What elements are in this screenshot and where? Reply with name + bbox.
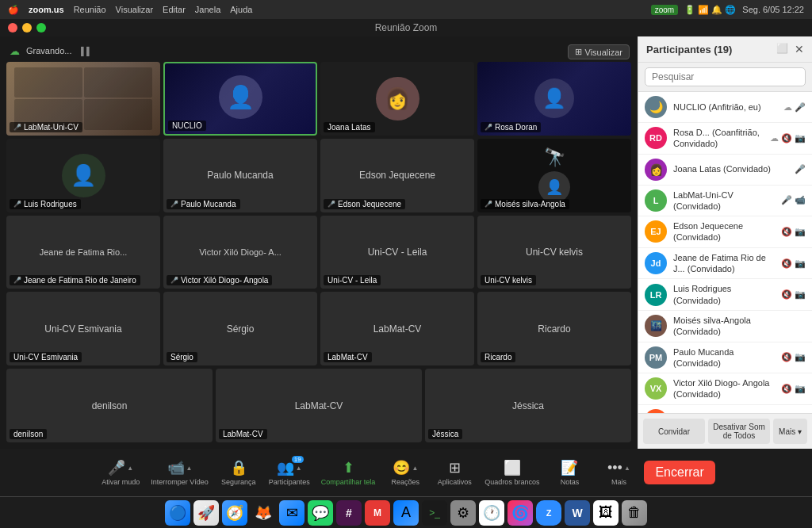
mic-muted-rosa: 🔇 [781,133,792,143]
dock-launchpad[interactable]: 🚀 [193,500,219,526]
video-cell-kelvis: Uni-CV kelvis Uni-CV kelvis [477,216,631,289]
dock-appstore[interactable]: A [393,500,419,526]
video-cell-moises: 🔭 👤 🎤 Moisés silva-Angola [477,139,631,212]
toolbar-mic[interactable]: 🎤 ▲ Ativar mudo [97,456,144,489]
video-cell-sergio: Sérgio Sérgio [163,292,317,365]
participant-name-joana: Joana Latas (Convidado) [673,163,788,174]
menu-editar[interactable]: Editar [163,5,186,14]
video-cell-esmivania: Uni-CV Esmivania Uni-CV Esmivania [6,292,160,365]
mic-luis-icon: 🎤 [13,201,21,208]
dock-clock[interactable]: 🕐 [479,500,504,526]
dock-safari[interactable]: 🧭 [222,500,247,526]
view-button[interactable]: ⊞ Visualizar [568,44,630,59]
toolbar-reactions[interactable]: 😊 ▲ Reações [381,456,429,489]
menu-visualizar[interactable]: Visualizar [116,5,154,14]
menu-ajuda[interactable]: Ajuda [230,5,252,14]
close-button[interactable] [8,23,17,33]
security-label: Segurança [221,478,256,486]
apps-label: Aplicativos [438,478,472,486]
participant-icons-rosa: ☁ 🔇 📷 [770,133,806,143]
menu-app[interactable]: zoom.us [29,5,64,14]
share-icon: ⬆ [343,459,354,476]
dock-photos[interactable]: 🖼 [593,500,619,526]
participant-name-labmat: LabMat-Uni-CV (Convidado) [673,189,775,212]
cell-name-jeane: 🎤 Jeane de Fatima Rio de Janeiro [10,275,140,285]
mic-muted-jeane: 🔇 [781,258,792,269]
toolbar-whiteboard[interactable]: ⬜ Quadros brancos [480,456,544,489]
panel-close-icon[interactable]: ✕ [795,43,804,55]
avatar-joana: 👩 [645,159,667,181]
mic-muted-luis: 🔇 [781,289,792,300]
participant-icons-victor: 🔇 📷 [781,384,806,394]
avatar-labmat: L [645,189,667,212]
cloud-icon-rosa: ☁ [770,133,779,143]
mic-victor-icon: 🎤 [170,277,178,284]
participant-name-jeane: Jeane de Fatima Rio de J... (Convidado) [673,252,775,275]
mic-icon-nuclio: 🎤 [795,102,806,113]
video-cell-jessica: Jéssica Jéssica [425,369,631,442]
dock-mail[interactable]: ✉ [279,500,304,526]
participant-icons-labmat: 🎤 📹 [781,195,806,205]
end-call-label: Encerrar [655,465,703,480]
minimize-button[interactable] [22,23,32,33]
view-label: Visualizar [585,48,623,57]
toolbar-share[interactable]: ⬆ Compartilhar tela [316,456,381,489]
cell-name-esmivania: Uni-CV Esmivania [10,352,82,362]
video-cell-nuclio: 👤 NUCLIO [163,62,317,136]
toolbar-security[interactable]: 🔒 Segurança [215,456,262,489]
toolbar-video[interactable]: 📹 ▲ Interromper Vídeo [146,456,213,489]
video-muted-edson: 📷 [795,227,806,237]
participant-icons-paulo: 🔇 📷 [781,352,806,362]
pause-icon[interactable]: ▐▐ [78,47,89,55]
dock-malware[interactable]: M [365,500,390,526]
avatar-nuclio: 🌙 [645,96,667,118]
mic-muted-edson: 🔇 [781,227,792,237]
mic-muted-paulo: 🔇 [781,352,792,362]
dock-word[interactable]: W [565,500,590,526]
dock-finder[interactable]: 🔵 [165,500,190,526]
menu-reuniao[interactable]: Reunião [74,5,106,14]
dock-trash[interactable]: 🗑 [622,500,647,526]
participant-panel: Participantes (19) ⬜ ✕ 🌙 NUCLIO (Anfitri… [638,36,812,449]
dock-slack[interactable]: # [336,500,362,526]
video-row-4: Uni-CV Esmivania Uni-CV Esmivania Sérgio… [6,292,631,365]
dock-settings[interactable]: ⚙ [450,500,476,526]
avatar-moises: 🌃 [645,315,667,337]
search-input[interactable] [645,67,806,86]
window-titlebar: Reunião Zoom [0,19,812,36]
mic-muted-victor: 🔇 [781,384,792,394]
maximize-button[interactable] [36,23,46,33]
dock-shortcuts[interactable]: 🌀 [508,500,533,526]
participant-name-nuclio: NUCLIO (Anfitrião, eu) [673,101,777,113]
cell-name-ricardo: Ricardo [481,352,515,362]
list-item: Jd Jeane de Fatima Rio de J... (Convidad… [638,248,812,280]
participant-icons-nuclio: ☁ 🎤 [783,102,806,113]
toolbar-more[interactable]: ••• ▲ Mais [595,457,642,489]
toolbar-apps[interactable]: ⊞ Aplicativos [431,456,478,489]
participants-icon: 👥 [277,459,294,476]
toolbar-notes[interactable]: 📝 Notas [546,456,593,489]
dock-whatsapp[interactable]: 💬 [308,500,333,526]
apple-menu[interactable]: 🍎 [8,5,19,15]
list-item: LR Luis Rodrigues (Convidado) 🔇 📷 [638,279,812,311]
cell-name-jessica: Jéssica [428,429,462,439]
invite-button[interactable]: Convidar [643,419,705,444]
share-label: Compartilhar tela [321,478,376,486]
mic-moises-icon: 🎤 [485,201,492,208]
video-row-1: 🎤 LabMat-Uni-CV 👤 NUCLIO [6,62,631,136]
mute-all-button[interactable]: Desativar Som de Todos [708,419,770,444]
panel-popout-icon[interactable]: ⬜ [776,43,788,55]
dock-firefox[interactable]: 🦊 [251,500,276,526]
video-arrow-icon: ▲ [186,465,193,472]
avatar-jeane: Jd [645,252,667,274]
end-call-button[interactable]: Encerrar [644,461,714,484]
menu-janela[interactable]: Janela [195,5,220,14]
cell-name-nuclio: NUCLIO [168,121,206,131]
video-row-3: Jeane de Fatima Rio... 🎤 Jeane de Fatima… [6,216,631,289]
toolbar-participants[interactable]: 👥 19 ▲ Participantes [264,456,315,489]
list-item: 🌃 Moisés silva-Angola (Convidado) [638,311,812,342]
panel-header-controls[interactable]: ⬜ ✕ [776,43,804,55]
dock-zoom[interactable]: Z [536,500,561,526]
more-options-button[interactable]: Mais ▾ [773,419,807,444]
dock-terminal[interactable]: >_ [422,500,447,526]
